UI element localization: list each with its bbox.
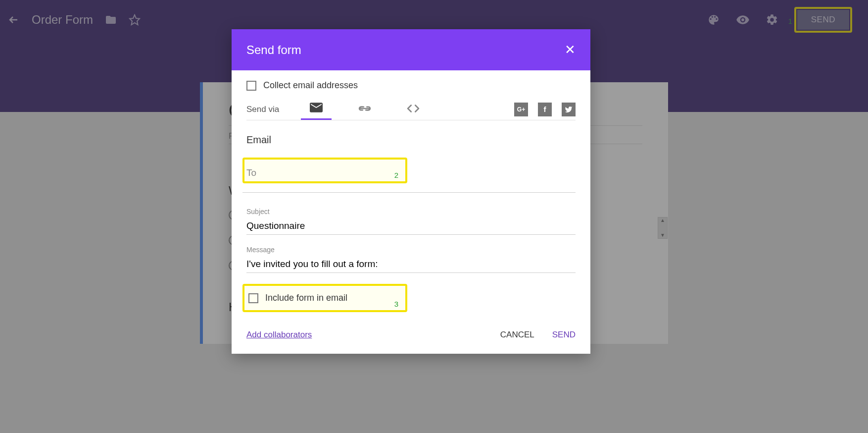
dialog-header: Send form ✕: [232, 29, 590, 70]
collect-email-row[interactable]: Collect email addresses: [246, 80, 576, 91]
dialog-body: Collect email addresses Send via G+ f: [232, 70, 590, 354]
tab-email-icon[interactable]: [301, 99, 332, 120]
tab-embed-icon[interactable]: [398, 101, 429, 118]
tab-link-icon[interactable]: [349, 101, 380, 118]
to-input[interactable]: [246, 163, 403, 181]
toolbar-right: 1 SEND: [707, 7, 860, 33]
star-icon[interactable]: [129, 14, 141, 26]
subject-input[interactable]: [246, 216, 576, 235]
callout-2: 2: [394, 171, 398, 179]
twitter-icon[interactable]: [562, 103, 576, 116]
email-section: Email 2 Subject Message Include form in …: [246, 120, 576, 340]
send-via-label: Send via: [246, 105, 279, 114]
preview-eye-icon[interactable]: [736, 13, 750, 27]
subject-field-group: Subject: [246, 208, 576, 235]
social-share: G+ f: [514, 103, 576, 116]
facebook-icon[interactable]: f: [538, 103, 552, 116]
scroll-down-icon[interactable]: ▼: [658, 232, 667, 238]
scroll-widget[interactable]: ▲ ▼: [658, 217, 668, 239]
callout-1: 1: [788, 17, 792, 25]
scroll-up-icon[interactable]: ▲: [658, 217, 667, 223]
toolbar-left: Order Form: [8, 13, 707, 27]
page-title: Order Form: [32, 13, 93, 27]
message-field-group: Message: [246, 246, 576, 273]
checkbox-icon[interactable]: [248, 293, 258, 303]
add-collaborators-link[interactable]: Add collaborators: [246, 330, 312, 340]
settings-gear-icon[interactable]: [766, 13, 778, 26]
back-arrow-icon[interactable]: [8, 14, 20, 26]
message-input[interactable]: [246, 255, 576, 273]
include-form-label: Include form in email: [265, 293, 347, 303]
dialog-send-button[interactable]: SEND: [552, 330, 576, 340]
email-heading: Email: [246, 134, 576, 146]
palette-icon[interactable]: [707, 13, 720, 26]
folder-icon[interactable]: [105, 14, 117, 26]
message-label: Message: [246, 246, 576, 254]
googleplus-icon[interactable]: G+: [514, 103, 528, 116]
dialog-title: Send form: [246, 43, 301, 57]
dialog-footer: Add collaborators CANCEL SEND: [246, 330, 576, 340]
footer-buttons: CANCEL SEND: [500, 330, 576, 340]
send-button[interactable]: SEND: [797, 10, 849, 30]
send-button-highlight: 1 SEND: [794, 7, 852, 33]
close-icon[interactable]: ✕: [565, 42, 576, 57]
send-via-row: Send via G+ f: [246, 99, 576, 120]
subject-label: Subject: [246, 208, 576, 216]
to-field-highlight: 2: [242, 158, 407, 183]
send-via-tabs: Send via: [246, 99, 429, 120]
collect-email-label: Collect email addresses: [263, 80, 358, 91]
checkbox-icon[interactable]: [246, 81, 256, 91]
callout-3: 3: [394, 300, 398, 308]
svg-marker-0: [130, 15, 140, 25]
cancel-button[interactable]: CANCEL: [500, 330, 534, 340]
send-form-dialog: Send form ✕ Collect email addresses Send…: [232, 29, 590, 354]
include-form-highlight: Include form in email 3: [242, 284, 407, 312]
